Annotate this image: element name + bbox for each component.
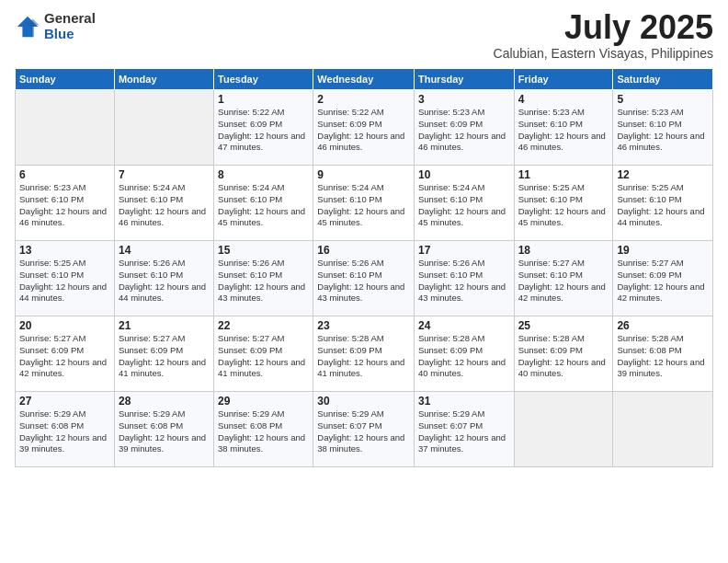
calendar-cell: 5Sunrise: 5:23 AM Sunset: 6:10 PM Daylig…	[613, 90, 713, 166]
day-number: 4	[518, 93, 609, 106]
day-info: Sunrise: 5:25 AM Sunset: 6:10 PM Dayligh…	[518, 182, 609, 229]
calendar-cell: 14Sunrise: 5:26 AM Sunset: 6:10 PM Dayli…	[114, 241, 213, 316]
day-number: 24	[418, 319, 510, 332]
calendar-cell	[514, 392, 613, 467]
svg-marker-0	[17, 16, 38, 36]
day-info: Sunrise: 5:28 AM Sunset: 6:08 PM Dayligh…	[617, 333, 709, 380]
day-number: 31	[418, 395, 510, 408]
day-number: 1	[218, 93, 309, 106]
logo-blue: Blue	[44, 26, 74, 41]
day-number: 5	[617, 93, 709, 106]
calendar-cell: 12Sunrise: 5:25 AM Sunset: 6:10 PM Dayli…	[613, 166, 713, 241]
calendar-cell: 27Sunrise: 5:29 AM Sunset: 6:08 PM Dayli…	[16, 392, 115, 467]
day-info: Sunrise: 5:29 AM Sunset: 6:07 PM Dayligh…	[418, 408, 510, 455]
day-info: Sunrise: 5:29 AM Sunset: 6:08 PM Dayligh…	[119, 408, 210, 455]
calendar-cell	[16, 90, 115, 166]
day-info: Sunrise: 5:27 AM Sunset: 6:09 PM Dayligh…	[617, 258, 709, 304]
calendar-week-2: 13Sunrise: 5:25 AM Sunset: 6:10 PM Dayli…	[16, 241, 713, 316]
day-info: Sunrise: 5:25 AM Sunset: 6:10 PM Dayligh…	[617, 182, 709, 229]
day-info: Sunrise: 5:26 AM Sunset: 6:10 PM Dayligh…	[317, 258, 410, 304]
calendar-week-0: 1Sunrise: 5:22 AM Sunset: 6:09 PM Daylig…	[16, 90, 713, 166]
day-info: Sunrise: 5:26 AM Sunset: 6:10 PM Dayligh…	[418, 258, 510, 304]
day-info: Sunrise: 5:25 AM Sunset: 6:10 PM Dayligh…	[19, 258, 110, 304]
day-number: 8	[218, 168, 309, 181]
day-number: 2	[317, 93, 410, 106]
day-info: Sunrise: 5:27 AM Sunset: 6:10 PM Dayligh…	[518, 258, 609, 304]
day-number: 9	[317, 168, 410, 181]
calendar-cell	[114, 90, 213, 166]
calendar-cell: 1Sunrise: 5:22 AM Sunset: 6:09 PM Daylig…	[214, 90, 313, 166]
day-number: 28	[119, 395, 210, 408]
day-number: 13	[19, 244, 110, 257]
logo: General Blue	[15, 11, 96, 41]
calendar-cell: 4Sunrise: 5:23 AM Sunset: 6:10 PM Daylig…	[514, 90, 613, 166]
day-number: 14	[119, 244, 210, 257]
logo-general: General	[44, 10, 96, 26]
calendar-week-1: 6Sunrise: 5:23 AM Sunset: 6:10 PM Daylig…	[16, 166, 713, 241]
day-info: Sunrise: 5:22 AM Sunset: 6:09 PM Dayligh…	[218, 107, 309, 154]
calendar-table: SundayMondayTuesdayWednesdayThursdayFrid…	[15, 68, 713, 467]
day-info: Sunrise: 5:28 AM Sunset: 6:09 PM Dayligh…	[518, 333, 609, 380]
calendar-cell: 25Sunrise: 5:28 AM Sunset: 6:09 PM Dayli…	[514, 316, 613, 392]
day-number: 6	[19, 168, 110, 181]
calendar-cell: 6Sunrise: 5:23 AM Sunset: 6:10 PM Daylig…	[16, 166, 115, 241]
day-number: 23	[317, 319, 410, 332]
calendar-cell: 9Sunrise: 5:24 AM Sunset: 6:10 PM Daylig…	[313, 166, 415, 241]
col-header-wednesday: Wednesday	[313, 69, 415, 90]
col-header-sunday: Sunday	[16, 69, 115, 90]
calendar-cell: 16Sunrise: 5:26 AM Sunset: 6:10 PM Dayli…	[313, 241, 415, 316]
calendar-cell: 11Sunrise: 5:25 AM Sunset: 6:10 PM Dayli…	[514, 166, 613, 241]
calendar-cell: 20Sunrise: 5:27 AM Sunset: 6:09 PM Dayli…	[16, 316, 115, 392]
main-title: July 2025	[494, 11, 713, 44]
day-number: 22	[218, 319, 309, 332]
day-info: Sunrise: 5:23 AM Sunset: 6:09 PM Dayligh…	[418, 107, 510, 154]
calendar-cell: 21Sunrise: 5:27 AM Sunset: 6:09 PM Dayli…	[114, 316, 213, 392]
day-number: 16	[317, 244, 410, 257]
calendar-cell: 28Sunrise: 5:29 AM Sunset: 6:08 PM Dayli…	[114, 392, 213, 467]
day-info: Sunrise: 5:29 AM Sunset: 6:08 PM Dayligh…	[19, 408, 110, 455]
day-info: Sunrise: 5:27 AM Sunset: 6:09 PM Dayligh…	[119, 333, 210, 380]
calendar-cell	[613, 392, 713, 467]
logo-icon	[15, 14, 40, 40]
day-number: 25	[518, 319, 609, 332]
day-number: 12	[617, 168, 709, 181]
day-info: Sunrise: 5:29 AM Sunset: 6:07 PM Dayligh…	[317, 408, 410, 455]
day-info: Sunrise: 5:28 AM Sunset: 6:09 PM Dayligh…	[317, 333, 410, 380]
day-number: 18	[518, 244, 609, 257]
calendar-week-4: 27Sunrise: 5:29 AM Sunset: 6:08 PM Dayli…	[16, 392, 713, 467]
col-header-saturday: Saturday	[613, 69, 713, 90]
col-header-friday: Friday	[514, 69, 613, 90]
calendar-cell: 10Sunrise: 5:24 AM Sunset: 6:10 PM Dayli…	[414, 166, 514, 241]
col-header-monday: Monday	[114, 69, 213, 90]
calendar-cell: 29Sunrise: 5:29 AM Sunset: 6:08 PM Dayli…	[214, 392, 313, 467]
logo-text: General Blue	[44, 11, 96, 41]
page-header: General Blue July 2025 Calubian, Eastern…	[15, 11, 713, 61]
day-number: 21	[119, 319, 210, 332]
day-number: 11	[518, 168, 609, 181]
day-info: Sunrise: 5:28 AM Sunset: 6:09 PM Dayligh…	[418, 333, 510, 380]
calendar-cell: 19Sunrise: 5:27 AM Sunset: 6:09 PM Dayli…	[613, 241, 713, 316]
day-number: 15	[218, 244, 309, 257]
day-number: 17	[418, 244, 510, 257]
calendar-cell: 30Sunrise: 5:29 AM Sunset: 6:07 PM Dayli…	[313, 392, 415, 467]
day-number: 29	[218, 395, 309, 408]
col-header-thursday: Thursday	[414, 69, 514, 90]
calendar-cell: 3Sunrise: 5:23 AM Sunset: 6:09 PM Daylig…	[414, 90, 514, 166]
calendar-cell: 26Sunrise: 5:28 AM Sunset: 6:08 PM Dayli…	[613, 316, 713, 392]
calendar-cell: 15Sunrise: 5:26 AM Sunset: 6:10 PM Dayli…	[214, 241, 313, 316]
col-header-tuesday: Tuesday	[214, 69, 313, 90]
day-info: Sunrise: 5:27 AM Sunset: 6:09 PM Dayligh…	[218, 333, 309, 380]
day-info: Sunrise: 5:22 AM Sunset: 6:09 PM Dayligh…	[317, 107, 410, 154]
calendar-cell: 18Sunrise: 5:27 AM Sunset: 6:10 PM Dayli…	[514, 241, 613, 316]
calendar-cell: 17Sunrise: 5:26 AM Sunset: 6:10 PM Dayli…	[414, 241, 514, 316]
day-info: Sunrise: 5:27 AM Sunset: 6:09 PM Dayligh…	[19, 333, 110, 380]
day-number: 27	[19, 395, 110, 408]
calendar-cell: 24Sunrise: 5:28 AM Sunset: 6:09 PM Dayli…	[414, 316, 514, 392]
day-info: Sunrise: 5:24 AM Sunset: 6:10 PM Dayligh…	[218, 182, 309, 229]
day-number: 19	[617, 244, 709, 257]
calendar-cell: 2Sunrise: 5:22 AM Sunset: 6:09 PM Daylig…	[313, 90, 415, 166]
day-number: 20	[19, 319, 110, 332]
day-info: Sunrise: 5:24 AM Sunset: 6:10 PM Dayligh…	[317, 182, 410, 229]
calendar-cell: 8Sunrise: 5:24 AM Sunset: 6:10 PM Daylig…	[214, 166, 313, 241]
calendar-cell: 23Sunrise: 5:28 AM Sunset: 6:09 PM Dayli…	[313, 316, 415, 392]
